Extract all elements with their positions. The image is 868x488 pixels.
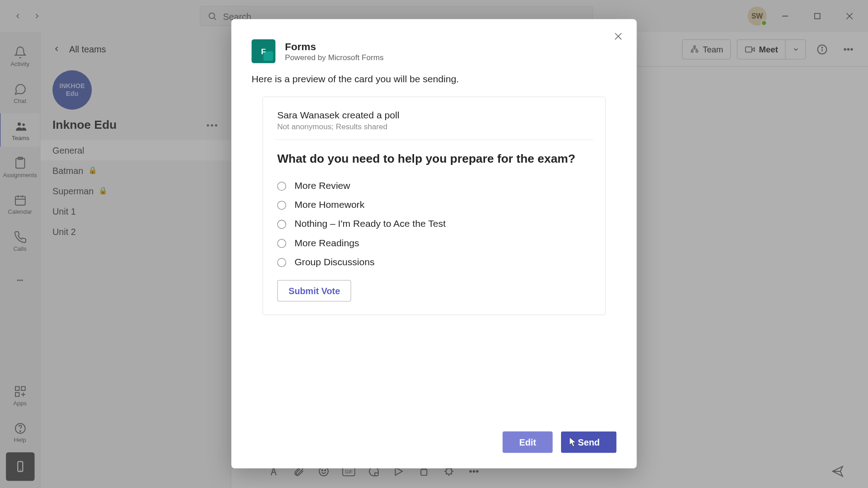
poll-option[interactable]: Nothing – I'm Ready to Ace the Test <box>277 215 591 234</box>
poll-option[interactable]: More Review <box>277 176 591 195</box>
cursor-icon <box>568 436 578 448</box>
close-button[interactable] <box>613 31 624 42</box>
poll-author: Sara Wanasek created a poll <box>277 110 591 121</box>
poll-meta: Not anonymous; Results shared <box>277 122 591 131</box>
poll-card: Sara Wanasek created a poll Not anonymou… <box>262 97 606 315</box>
radio-icon <box>277 201 286 210</box>
poll-option[interactable]: More Homework <box>277 196 591 215</box>
radio-icon <box>277 182 286 191</box>
modal-subtitle: Powered by Microsoft Forms <box>285 53 383 62</box>
poll-option[interactable]: More Readings <box>277 234 591 253</box>
forms-app-icon: F <box>251 39 275 63</box>
radio-icon <box>277 239 286 248</box>
poll-option[interactable]: Group Discussions <box>277 253 591 272</box>
forms-preview-modal: F Forms Powered by Microsoft Forms Here … <box>231 19 637 468</box>
poll-question: What do you need to help you prepare for… <box>277 151 591 167</box>
submit-vote-button[interactable]: Submit Vote <box>277 280 351 301</box>
send-button[interactable]: Send <box>561 432 616 453</box>
radio-icon <box>277 220 286 229</box>
radio-icon <box>277 258 286 267</box>
modal-intro-text: Here is a preview of the card you will b… <box>251 74 616 85</box>
edit-button[interactable]: Edit <box>503 432 553 453</box>
modal-title: Forms <box>285 41 383 52</box>
